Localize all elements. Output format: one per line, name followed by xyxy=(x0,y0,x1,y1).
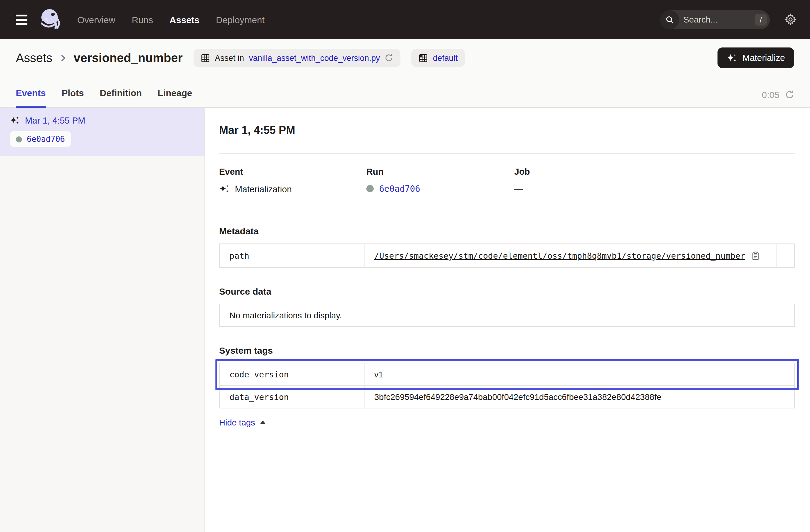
event-list-item[interactable]: Mar 1, 4:55 PM 6e0ad706 xyxy=(0,108,205,156)
nav-link-deployment[interactable]: Deployment xyxy=(216,14,265,25)
metadata-title: Metadata xyxy=(219,226,795,236)
hide-tags-label: Hide tags xyxy=(219,418,255,427)
source-data-empty-message: No materializations to display. xyxy=(219,304,795,327)
table-row: path /Users/smackesey/stm/code/elementl/… xyxy=(220,244,794,267)
source-data-section: Source data No materializations to displ… xyxy=(219,286,795,327)
nav-link-runs[interactable]: Runs xyxy=(132,14,153,25)
tab-lineage[interactable]: Lineage xyxy=(158,88,192,108)
nav-link-overview[interactable]: Overview xyxy=(77,14,115,25)
caret-up-icon xyxy=(260,421,266,424)
source-data-title: Source data xyxy=(219,286,795,296)
tab-plots[interactable]: Plots xyxy=(62,88,84,108)
sparkle-icon xyxy=(10,116,19,125)
divider xyxy=(219,154,795,154)
hide-tags-link[interactable]: Hide tags xyxy=(219,418,266,427)
event-timestamp-link[interactable]: Mar 1, 4:55 PM xyxy=(25,116,85,125)
grid-icon xyxy=(419,53,428,62)
asset-definition-badge: Asset in vanilla_asset_with_code_version… xyxy=(194,49,401,67)
run-id-link[interactable]: 6e0ad706 xyxy=(379,184,420,194)
event-info-row: Event Materialization Run 6 xyxy=(219,167,795,194)
group-link[interactable]: default xyxy=(433,53,458,62)
event-label: Event xyxy=(219,167,366,177)
job-label: Job xyxy=(514,167,530,177)
asset-group-badge: default xyxy=(412,49,465,67)
tag-value: v1 xyxy=(374,370,384,379)
breadcrumb-assets-link[interactable]: Assets xyxy=(16,51,52,65)
metadata-key: path xyxy=(220,244,364,267)
search-box[interactable]: / xyxy=(660,10,770,29)
dagster-logo[interactable] xyxy=(38,7,63,32)
auto-refresh: 0:05 xyxy=(762,90,794,107)
materialize-label: Materialize xyxy=(743,53,785,63)
search-icon xyxy=(660,10,679,29)
event-heading: Mar 1, 4:55 PM xyxy=(219,124,795,137)
path-link[interactable]: /Users/smackesey/stm/code/elementl/oss/t… xyxy=(374,251,745,260)
system-tags-section: System tags code_version v1 data_version… xyxy=(219,345,795,428)
gear-icon[interactable] xyxy=(784,13,797,26)
tag-key: code_version xyxy=(220,364,364,385)
grid-icon xyxy=(201,53,210,62)
asset-tabs: Events Plots Definition Lineage 0:05 xyxy=(0,77,810,108)
run-label: Run xyxy=(366,167,514,177)
job-value: — xyxy=(514,184,523,194)
table-row: data_version 3bfc269594ef649228e9a74bab0… xyxy=(220,385,794,408)
event-type-value: Materialization xyxy=(235,184,292,194)
run-id-badge[interactable]: 6e0ad706 xyxy=(10,131,71,147)
refresh-icon[interactable] xyxy=(785,90,794,99)
nav-link-assets[interactable]: Assets xyxy=(169,14,199,25)
materialize-button[interactable]: Materialize xyxy=(717,47,794,68)
sparkle-icon xyxy=(219,184,229,194)
tag-value: 3bfc269594ef649228e9a74bab00f042efc91d5a… xyxy=(374,392,662,402)
run-status-dot xyxy=(366,185,374,192)
chevron-right-icon xyxy=(59,53,67,62)
event-detail-panel: Mar 1, 4:55 PM Event Materialization xyxy=(205,108,810,532)
hamburger-icon[interactable] xyxy=(15,12,29,27)
refresh-icon[interactable] xyxy=(385,53,393,62)
sparkle-icon xyxy=(727,53,737,63)
table-row: code_version v1 xyxy=(220,364,794,385)
refresh-countdown: 0:05 xyxy=(762,90,780,100)
primary-nav: Overview Runs Assets Deployment xyxy=(77,14,265,25)
metadata-table: path /Users/smackesey/stm/code/elementl/… xyxy=(219,243,795,268)
search-shortcut-key: / xyxy=(755,14,767,25)
system-tags-title: System tags xyxy=(219,345,795,355)
clipboard-icon[interactable] xyxy=(751,251,760,260)
metadata-section: Metadata path /Users/smackesey/stm/code/… xyxy=(219,226,795,268)
top-nav: Overview Runs Assets Deployment / xyxy=(0,0,810,39)
tag-key: data_version xyxy=(220,386,364,408)
run-id-label: 6e0ad706 xyxy=(27,134,65,144)
asset-badge-prefix: Asset in xyxy=(215,53,244,62)
run-status-dot xyxy=(16,136,22,142)
tab-events[interactable]: Events xyxy=(16,88,46,108)
event-list-sidebar: Mar 1, 4:55 PM 6e0ad706 xyxy=(0,108,205,532)
page-title: versioned_number xyxy=(74,51,182,65)
asset-file-link[interactable]: vanilla_asset_with_code_version.py xyxy=(249,53,380,62)
breadcrumb: Assets versioned_number Asset in vanilla… xyxy=(0,39,810,77)
system-tags-table: code_version v1 data_version 3bfc269594e… xyxy=(219,363,795,408)
asset-header: Assets versioned_number Asset in vanilla… xyxy=(0,39,810,108)
table-gutter xyxy=(776,244,794,267)
tab-definition[interactable]: Definition xyxy=(100,88,142,108)
search-input[interactable] xyxy=(679,15,755,25)
